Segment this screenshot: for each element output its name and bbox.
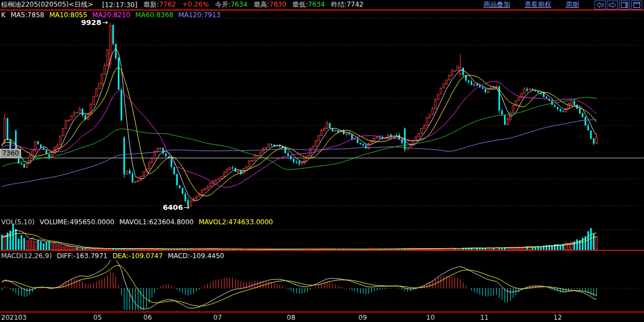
quote-value: +0.26% xyxy=(182,1,209,8)
quote-value: 7830 xyxy=(269,1,287,8)
trading-terminal: 棕榈油2205(020505)<日线> [12:17:30] 最新:7762+0… xyxy=(0,0,644,322)
x-axis-month-label: 12 xyxy=(553,314,562,321)
macd-value: MACD:-109.4450 xyxy=(168,252,224,260)
ma-value: MA120:7913 xyxy=(178,11,221,19)
ma10-line xyxy=(2,68,597,196)
trough-price-annotation: 6406→ xyxy=(163,203,189,212)
ma-value: MA20:8210 xyxy=(92,11,130,19)
k-indicator-header: K MA5:7858MA10:8055MA20:8210MA60:8368MA1… xyxy=(1,11,226,19)
vol-value: MAVOL1:623604.8000 xyxy=(119,218,194,226)
quote-item: 最低:7634 xyxy=(292,1,325,8)
vol-value: MAVOL2:474633.0000 xyxy=(198,218,273,226)
right-arrow-icon: → xyxy=(183,203,189,212)
price-gridlines xyxy=(0,18,644,205)
titlebar-links: 商品叠加查看期权周期 xyxy=(483,0,593,9)
macd-value: DEA:-109.0747 xyxy=(112,252,162,260)
split-view-icon xyxy=(621,2,628,8)
kline-chart-canvas[interactable] xyxy=(0,0,644,322)
quote-item: 昨结:7742 xyxy=(331,1,364,8)
forward-button[interactable] xyxy=(607,1,618,9)
right-arrow-icon: → xyxy=(102,18,108,27)
quote-label: 今开: xyxy=(215,1,231,8)
quote-label: 昨结: xyxy=(331,1,347,8)
back-arrow-icon xyxy=(596,2,604,8)
quote-label: 最高: xyxy=(253,1,269,8)
macd-group[interactable] xyxy=(2,259,597,322)
titlebar-actions: 商品叠加查看期权周期 xyxy=(483,0,642,9)
period-link[interactable]: 周期 xyxy=(566,1,579,8)
x-axis-month-label: 08 xyxy=(287,314,295,321)
x-axis-month-label: 09 xyxy=(358,314,367,321)
ma120-line xyxy=(2,120,597,187)
macd-value: DIFF:-163.7971 xyxy=(57,252,107,260)
back-button[interactable] xyxy=(595,1,606,9)
x-axis-month-label: 05 xyxy=(93,314,102,321)
instrument-title: 棕榈油2205(020505)<日线> xyxy=(1,0,93,9)
view-options-link[interactable]: 查看期权 xyxy=(525,1,551,8)
quote-value: 7762 xyxy=(159,1,176,8)
mavol5-line xyxy=(2,230,597,249)
macd-indicator-header: MACD(12,26,9)DIFF:-163.7971DEA:-109.0747… xyxy=(1,252,229,260)
ma-value: MA60:8368 xyxy=(136,11,173,19)
x-axis-month-label: 07 xyxy=(213,314,222,321)
overlay-commodity-link[interactable]: 商品叠加 xyxy=(483,1,510,8)
peak-price-annotation: 9928→ xyxy=(81,18,108,27)
quote-time: [12:17:30] xyxy=(102,1,137,9)
quote-item: 最新:7762 xyxy=(143,1,176,8)
vol-indicator-header: VOL(5,10)VOLUME:495650.0000MAVOL1:623604… xyxy=(1,218,278,226)
vol-value: VOL(5,10) xyxy=(1,218,34,226)
quote-value: 7634 xyxy=(231,1,248,8)
quote-values: 最新:7762+0.26%今开:7634最高:7830最低:7634昨结:774… xyxy=(137,0,363,9)
x-axis-month-label: 11 xyxy=(480,314,488,321)
macd-value: MACD(12,26,9) xyxy=(1,252,52,260)
vol-value: VOLUME:495650.0000 xyxy=(39,218,114,226)
forward-arrow-icon xyxy=(608,2,616,8)
quote-label: 最新: xyxy=(143,1,159,8)
quote-value: 7634 xyxy=(308,1,325,8)
candles-group[interactable] xyxy=(1,23,597,208)
quote-item: 最高:7830 xyxy=(253,1,286,8)
ma20-line xyxy=(2,82,597,188)
split-view-button[interactable] xyxy=(619,1,630,9)
quote-label: 最低: xyxy=(292,1,308,8)
left-axis-price-tag: 7360 xyxy=(0,149,21,158)
ma-value: MA10:8055 xyxy=(49,11,87,19)
x-axis-month-label: 06 xyxy=(143,314,152,321)
volume-bars-group[interactable] xyxy=(1,223,597,250)
x-axis-month-label: 10 xyxy=(426,314,435,321)
ma-value: MA5:7858 xyxy=(11,11,44,19)
k-prefix: K xyxy=(1,11,6,19)
maximize-button[interactable] xyxy=(631,1,642,9)
x-axis-month-label: 202103 xyxy=(1,314,27,321)
maximize-icon xyxy=(633,2,641,8)
mavol10-line xyxy=(2,233,597,249)
quote-value: 7742 xyxy=(347,1,364,8)
quote-item: +0.26% xyxy=(182,1,209,8)
title-bar: 棕榈油2205(020505)<日线> [12:17:30] 最新:7762+0… xyxy=(0,0,644,11)
quote-item: 今开:7634 xyxy=(215,1,248,8)
